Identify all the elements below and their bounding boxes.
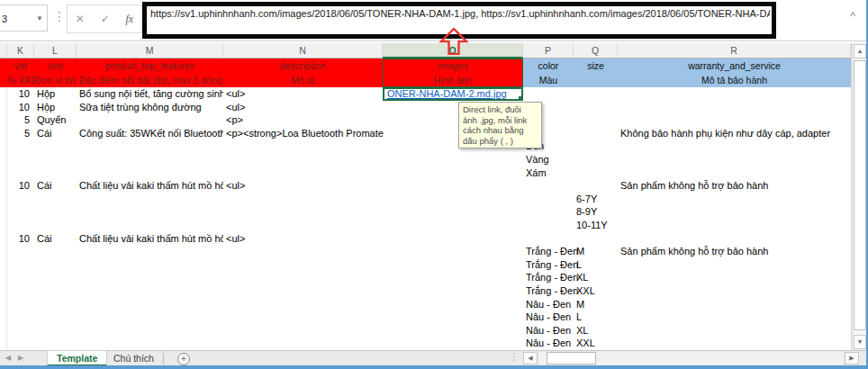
image-hyperlink-text[interactable]: ONER-NHA-DAM-2.md.jpg (387, 88, 507, 99)
cell-P3[interactable] (523, 87, 574, 101)
cell-P22[interactable]: Nâu - Đen (523, 337, 574, 350)
column-header-Q[interactable]: Q (574, 43, 618, 58)
header-K-field[interactable]: vat (7, 58, 34, 73)
cell-K3[interactable]: 10 (7, 87, 34, 101)
cell-M19[interactable] (77, 298, 223, 311)
horizontal-scrollbar-thumb[interactable] (547, 352, 596, 364)
cell-Q3[interactable] (574, 87, 618, 101)
cell-J5[interactable] (0, 113, 7, 127)
cell-J13[interactable] (0, 219, 7, 232)
cell-N17[interactable] (223, 271, 383, 284)
header-J-field[interactable] (0, 58, 7, 73)
cell-L18[interactable] (34, 284, 77, 298)
scroll-up-icon[interactable]: ▲ (854, 44, 866, 58)
header-P-label[interactable]: Màu (523, 73, 574, 87)
header-Q-label[interactable] (574, 73, 618, 87)
cell-R4[interactable] (618, 101, 851, 114)
cell-N18[interactable] (223, 284, 383, 298)
horizontal-scrollbar[interactable] (539, 352, 843, 364)
cell-P21[interactable]: Nâu - Đen (523, 324, 574, 338)
cell-L19[interactable] (34, 298, 77, 311)
cell-K19[interactable] (7, 298, 34, 311)
cell-N5[interactable]: <p> (223, 113, 383, 127)
cell-N6[interactable]: <p><strong>Loa Bluetooth Promate (223, 127, 383, 140)
cell-R5[interactable] (618, 113, 851, 127)
cell-J7[interactable] (0, 140, 7, 153)
cell-M8[interactable] (77, 153, 223, 166)
cell-M18[interactable] (77, 284, 223, 298)
cell-J6[interactable] (0, 127, 7, 140)
cell-R7[interactable] (618, 140, 851, 153)
cell-L4[interactable]: Hộp (34, 101, 77, 114)
column-header-K[interactable]: K (7, 43, 34, 58)
sheet-tab-chu-thich[interactable]: Chú thích (104, 351, 164, 366)
cell-L9[interactable] (34, 166, 77, 180)
cell-N13[interactable] (223, 219, 383, 232)
cell-L10[interactable]: Cái (34, 179, 77, 193)
cell-P17[interactable]: Trắng - Đen (523, 271, 574, 284)
cell-Q9[interactable] (574, 166, 618, 180)
cell-P10[interactable] (523, 179, 574, 193)
cell-M20[interactable] (77, 310, 223, 324)
cell-P8[interactable]: Vàng (523, 153, 574, 166)
cell-Q20[interactable]: L (574, 310, 618, 324)
cell-L14[interactable]: Cái (34, 232, 77, 246)
cell-M6[interactable]: Công suất: 35WKết nối BluetoothTícl (77, 127, 223, 140)
cell-Q16[interactable]: L (574, 258, 618, 272)
cell-P14[interactable] (523, 232, 574, 246)
cancel-icon[interactable]: ✕ (76, 13, 85, 25)
cell-L22[interactable] (34, 337, 77, 350)
cell-P20[interactable]: Nâu - Đen (523, 310, 574, 324)
cell-O9[interactable] (383, 166, 523, 180)
cell-Q19[interactable]: M (574, 298, 618, 311)
cell-K4[interactable]: 10 (7, 101, 34, 114)
tab-nav-left-icon[interactable]: ◀ (5, 354, 11, 362)
cell-M4[interactable]: Sữa tiệt trùng không đường (77, 101, 223, 114)
column-header-M[interactable]: M (77, 43, 223, 58)
header-Q-field[interactable]: size (574, 58, 618, 73)
header-N-label[interactable]: Mô tả (223, 73, 383, 87)
cell-J15[interactable] (0, 245, 7, 258)
cell-K18[interactable] (7, 284, 34, 298)
header-L-field[interactable]: unit (34, 58, 77, 73)
cell-N8[interactable] (223, 153, 383, 166)
cell-M11[interactable] (77, 193, 223, 206)
cell-L3[interactable]: Hộp (34, 87, 77, 101)
cell-Q7[interactable] (574, 140, 618, 153)
column-header-P[interactable]: P (523, 43, 574, 58)
cell-L12[interactable] (34, 205, 77, 219)
cell-Q18[interactable]: XXL (574, 284, 618, 298)
cell-J3[interactable] (0, 87, 7, 101)
cell-P13[interactable] (523, 219, 574, 232)
cell-O13[interactable] (383, 219, 523, 232)
cell-L5[interactable]: Quyển (34, 113, 77, 127)
cell-R22[interactable] (618, 337, 851, 350)
cell-K8[interactable] (7, 153, 34, 166)
cell-N14[interactable]: <ul> (223, 232, 383, 246)
scrollbar-splitter-icon[interactable]: ⋮ (510, 352, 519, 362)
add-sheet-icon[interactable]: + (177, 353, 190, 365)
formula-input[interactable]: https://sv1.uphinhnhanh.com/images/2018/… (150, 8, 770, 35)
cell-Q8[interactable] (574, 153, 618, 166)
cell-Q11[interactable]: 6-7Y (574, 193, 618, 206)
cell-N9[interactable] (223, 166, 383, 180)
cell-R8[interactable] (618, 153, 851, 166)
cell-J12[interactable] (0, 205, 7, 219)
cell-P18[interactable]: Trắng - Đen (523, 284, 574, 298)
cell-R15[interactable]: Sản phẩm không hỗ trợ bảo hành (618, 245, 851, 258)
cell-Q6[interactable] (574, 127, 618, 140)
cell-M16[interactable] (77, 258, 223, 272)
cell-M14[interactable]: Chất liệu vải kaki thấm hút mồ hôi (77, 232, 223, 246)
cell-P12[interactable] (523, 205, 574, 219)
name-box[interactable]: 3 ▼ (0, 4, 48, 32)
cell-J14[interactable] (0, 232, 7, 246)
cell-M9[interactable] (77, 166, 223, 180)
cell-R11[interactable] (618, 193, 851, 206)
fill-handle[interactable] (518, 95, 523, 101)
cell-L7[interactable] (34, 140, 77, 153)
column-header-J[interactable] (0, 43, 7, 58)
cell-N16[interactable] (223, 258, 383, 272)
cell-K7[interactable] (7, 140, 34, 153)
cell-K12[interactable] (7, 205, 34, 219)
cell-R19[interactable] (618, 298, 851, 311)
